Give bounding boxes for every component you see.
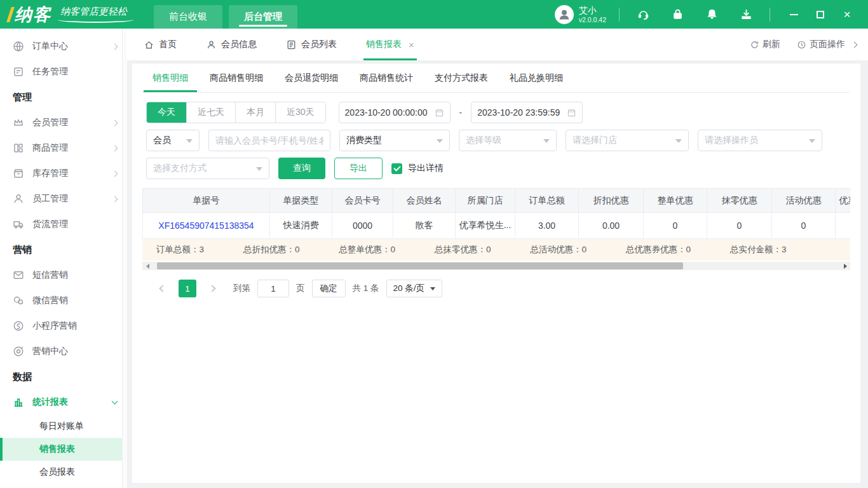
staff-icon: [13, 193, 24, 205]
sidebar-item-wechat-marketing[interactable]: 微信营销: [0, 288, 127, 313]
maximize-button[interactable]: [810, 4, 831, 25]
member-type-select[interactable]: 会员: [146, 130, 200, 151]
report-tab-sales-detail[interactable]: 销售明细: [153, 64, 188, 92]
range-last30days-button[interactable]: 近30天: [275, 102, 325, 123]
sidebar-item-staff-management[interactable]: 员工管理: [0, 186, 127, 212]
summary-label: 订单总额：: [156, 245, 200, 254]
operator-select[interactable]: 请选择操作员: [698, 130, 822, 151]
minimize-button[interactable]: [783, 4, 804, 25]
range-today-button[interactable]: 今天: [147, 102, 186, 123]
app-logo: 纳客: [0, 0, 51, 29]
member-search-input[interactable]: [208, 130, 330, 151]
total-count-label: 共 1 条: [353, 283, 379, 294]
nav-backend-admin[interactable]: 后台管理: [229, 5, 297, 29]
tab-member-list[interactable]: 会员列表: [286, 29, 337, 60]
date-end-input[interactable]: 2023-10-20 23:59:59: [471, 102, 583, 123]
summary-value: 0: [582, 245, 587, 254]
goto-page-input[interactable]: [257, 280, 289, 297]
tab-sales-report[interactable]: 销售报表 ×: [366, 29, 414, 60]
report-tab-goods-sales-stats[interactable]: 商品销售统计: [360, 64, 413, 92]
store-placeholder: 请选择门店: [573, 135, 617, 146]
calendar-icon: [435, 108, 444, 118]
report-tab-member-return-detail[interactable]: 会员退货明细: [285, 64, 338, 92]
next-page-button[interactable]: [203, 280, 221, 297]
sidebar-item-logistics-management[interactable]: 货流管理: [0, 212, 127, 237]
search-button[interactable]: 查询: [278, 158, 325, 179]
sidebar-item-goods-management[interactable]: 商品管理: [0, 135, 127, 161]
range-this-month-button[interactable]: 本月: [235, 102, 275, 123]
date-start-input[interactable]: 2023-10-20 00:00:00: [339, 102, 451, 123]
sidebar-item-stock-management[interactable]: 库存管理: [0, 161, 127, 186]
task-icon: [13, 66, 24, 78]
export-button[interactable]: 导出: [334, 158, 383, 179]
tab-close-icon[interactable]: ×: [409, 39, 414, 50]
summary-value: 3: [200, 245, 205, 254]
scroll-right-arrow[interactable]: [843, 262, 850, 270]
page-actions-button[interactable]: 页面操作: [797, 39, 857, 50]
close-button[interactable]: ×: [836, 4, 858, 25]
quick-range-group: 今天 近七天 本月 近30天: [146, 102, 326, 123]
store-select[interactable]: 请选择门店: [566, 130, 689, 151]
sidebar-item-label: 营销中心: [32, 346, 68, 357]
page-number-button[interactable]: 1: [179, 280, 196, 297]
report-tab-goods-sales-detail[interactable]: 商品销售明细: [210, 64, 263, 92]
sidebar-item-statistics-reports[interactable]: 统计报表: [0, 390, 127, 415]
level-select[interactable]: 选择等级: [459, 130, 557, 151]
report-tab-gift-exchange-detail[interactable]: 礼品兑换明细: [510, 64, 563, 92]
summary-total-discount: 总折扣优惠：0: [243, 244, 300, 255]
page-tabbar: 首页 会员信息 会员列表 销售报表 × 刷新 页面操作: [127, 29, 868, 60]
sidebar-item-marketing-center[interactable]: 营销中心: [0, 339, 127, 364]
consume-type-select[interactable]: 消费类型: [339, 130, 450, 151]
cell-order-total: 3.00: [515, 213, 579, 239]
col-order-type: 单据类型: [270, 189, 332, 213]
tab-home[interactable]: 首页: [144, 29, 177, 60]
sidebar-item-member-management[interactable]: 会员管理: [0, 110, 127, 135]
sidebar-item-task-management[interactable]: 任务管理: [0, 59, 127, 85]
sidebar-subitem-sales-report[interactable]: 销售报表: [0, 438, 127, 461]
triangle-left-icon: [144, 264, 149, 269]
payment-method-select[interactable]: 选择支付方式: [146, 158, 269, 179]
scrollbar-track[interactable]: [150, 262, 843, 270]
horizontal-scrollbar[interactable]: [142, 262, 850, 270]
sidebar-subitem-label: 销售报表: [39, 444, 75, 455]
sidebar-item-label: 微信营销: [32, 295, 68, 306]
sidebar: 订单中心 任务管理 管理 会员管理 商品管理 库存管理 员工管理 货流管理 营销…: [0, 29, 127, 488]
goto-confirm-button[interactable]: 确定: [312, 280, 346, 297]
summary-value: 3: [782, 245, 787, 254]
user-profile[interactable]: 艾小 v2.0.0.42: [555, 5, 606, 24]
order-no-link[interactable]: XF16545907415138354: [143, 213, 270, 239]
caret-down-icon: [186, 139, 193, 146]
summary-label: 总活动优惠：: [531, 245, 582, 254]
download-icon[interactable]: [735, 4, 757, 25]
divider: [619, 8, 620, 22]
summary-total-paid: 总实付金额：3: [730, 244, 787, 255]
tab-label: 会员列表: [301, 39, 337, 50]
nav-front-cashier[interactable]: 前台收银: [154, 5, 222, 29]
page-size-select[interactable]: 20 条/页: [386, 280, 443, 297]
tab-member-info[interactable]: 会员信息: [206, 29, 257, 60]
notification-icon[interactable]: [701, 4, 722, 25]
lock-icon[interactable]: [667, 4, 688, 25]
avatar: [555, 5, 574, 24]
page-actions-label: 页面操作: [810, 39, 845, 50]
report-tab-payment-method-report[interactable]: 支付方式报表: [435, 64, 488, 92]
customer-service-icon[interactable]: [632, 4, 654, 25]
calendar-icon: [567, 108, 576, 118]
summary-value: 0: [486, 245, 491, 254]
caret-down-icon: [256, 167, 262, 174]
prev-page-button[interactable]: [154, 280, 172, 297]
sidebar-item-sms-marketing[interactable]: 短信营销: [0, 262, 127, 288]
scroll-left-arrow[interactable]: [142, 262, 150, 270]
nav-front-cashier-label: 前台收银: [169, 11, 207, 23]
export-detail-checkbox[interactable]: [391, 163, 402, 174]
tab-label: 会员信息: [221, 39, 257, 50]
sidebar-subitem-store-report[interactable]: 门店报表: [0, 484, 127, 488]
refresh-button[interactable]: 刷新: [750, 39, 780, 50]
summary-total-activity: 总活动优惠：0: [531, 244, 587, 255]
sidebar-subitem-daily-reconciliation[interactable]: 每日对账单: [0, 415, 127, 438]
sidebar-item-miniprogram-marketing[interactable]: 小程序营销: [0, 313, 127, 339]
sidebar-subitem-member-report[interactable]: 会员报表: [0, 461, 127, 484]
range-last7days-button[interactable]: 近七天: [186, 102, 235, 123]
scrollbar-thumb[interactable]: [157, 262, 683, 269]
sidebar-item-order-center[interactable]: 订单中心: [0, 34, 127, 59]
